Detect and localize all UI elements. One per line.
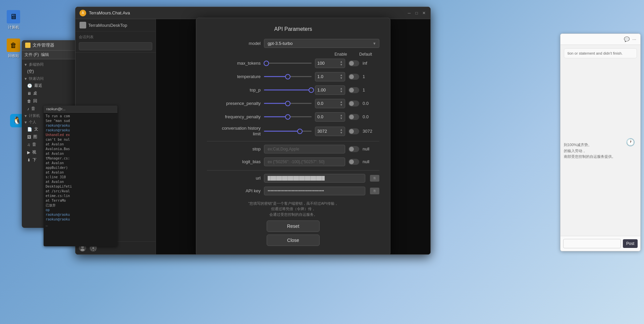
svg-point-2 [92, 247, 94, 249]
presence-penalty-slider[interactable] [264, 100, 312, 107]
t-line-15: at Avalon [46, 180, 115, 184]
t-line-20: 已放弃 [46, 203, 115, 208]
t-line-19: at TerraMo [46, 198, 115, 203]
logit-bias-input[interactable] [264, 157, 345, 166]
top-p-value[interactable]: 1.00 ▲ ▼ [315, 85, 345, 95]
model-chevron-icon: ▾ [373, 41, 376, 46]
terminal-content: To run a com See "man sud raokun@raoku r… [44, 113, 117, 228]
presence-penalty-toggle[interactable] [348, 101, 359, 107]
minimize-button[interactable]: ─ [407, 11, 412, 15]
presence-penalty-value[interactable]: 0.0 ▲ ▼ [315, 99, 345, 108]
conv-history-row: conversation historylimit 3072 ▲ [207, 126, 379, 137]
temperature-value[interactable]: 1.0 ▲ ▼ [315, 72, 345, 81]
conv-history-toggle[interactable] [348, 128, 359, 134]
frequency-penalty-default: 0.0 [363, 114, 379, 119]
ch-down-arrow[interactable]: ▼ [340, 131, 343, 134]
api-key-label: API key [207, 188, 261, 193]
header-default: Default [359, 52, 379, 57]
t-line-2: See "man sud [46, 119, 115, 123]
frequency-penalty-slider[interactable] [264, 114, 312, 120]
frequency-penalty-toggle[interactable] [348, 114, 359, 120]
frequency-penalty-value[interactable]: 0.0 ▲ ▼ [315, 112, 345, 122]
sidebar-conv-section: 会话列表 [75, 31, 156, 40]
temperature-default: 1 [363, 74, 379, 79]
stop-toggle[interactable] [348, 146, 359, 152]
stop-input[interactable] [264, 145, 345, 153]
callout-bubble: tion or statement and didn't finish. [564, 48, 637, 58]
file-manager-app-icon [25, 43, 31, 48]
right-panel-input[interactable] [563, 239, 621, 248]
url-row: url ⎘ [207, 174, 379, 183]
fm-menu-file[interactable]: 文件 (F) [24, 52, 39, 58]
api-key-paste-icon[interactable]: ⎘ [370, 188, 379, 194]
t-line-22: raokun@raoku [46, 212, 115, 217]
t-line-1: To run a com [46, 114, 115, 119]
conv-history-label: conversation historylimit [207, 126, 261, 137]
maximize-button[interactable]: □ [414, 11, 419, 15]
chat-app-title: TerraMours.Chat.Ava [89, 10, 404, 15]
t-line-18: etime.cs:lin [46, 194, 115, 198]
top-p-default: 1 [363, 87, 379, 92]
model-select[interactable]: gpt-3.5-turbo ▾ [264, 39, 379, 48]
desktop-icon-recycle[interactable]: 🗑 回收站 [7, 39, 20, 58]
t-line-13: at Avalon [46, 170, 115, 175]
top-p-down-arrow[interactable]: ▼ [340, 90, 343, 93]
t-line-9: at Avalon [46, 151, 115, 156]
url-input[interactable] [264, 174, 365, 183]
pp-down-arrow[interactable]: ▼ [340, 104, 343, 107]
url-paste-icon[interactable]: ⎘ [370, 175, 379, 182]
conv-history-value[interactable]: 3072 ▲ ▼ [315, 127, 345, 136]
qq-icon[interactable]: 🐧 [10, 114, 23, 127]
right-panel-footer: Post [560, 236, 640, 251]
api-params-modal: API Parameters model gpt-3.5-turbo ▾ [196, 18, 390, 255]
stop-row: stop null [207, 145, 379, 153]
temp-down-arrow[interactable]: ▼ [340, 77, 343, 80]
fp-down-arrow[interactable]: ▼ [340, 117, 343, 120]
max-tokens-value[interactable]: 100 ▲ ▼ [315, 59, 345, 68]
temperature-label: temperature [207, 74, 261, 79]
top-p-toggle[interactable] [348, 87, 359, 93]
desktop-icon-computer[interactable]: 🖥 计算机 [7, 10, 20, 30]
more-icon[interactable]: ··· [632, 37, 636, 42]
logit-bias-toggle[interactable] [348, 159, 359, 165]
max-tokens-slider[interactable] [264, 60, 312, 67]
model-row: model gpt-3.5-turbo ▾ [207, 39, 379, 48]
frequency-penalty-label: frequency_penalty [207, 114, 261, 119]
sidebar-logo-icon [79, 22, 86, 28]
close-button[interactable]: ✕ [422, 11, 426, 15]
conv-history-slider[interactable] [264, 128, 312, 135]
desktop: 🖥 计算机 🗑 回收站 🐧 文件管理器 文件 (F) 编辑 ▼ 多端协同 (空)… [0, 0, 644, 324]
chat-icon[interactable]: 💬 [624, 37, 630, 42]
stop-label: stop [207, 146, 261, 151]
fm-menu-edit[interactable]: 编辑 [41, 52, 49, 58]
sidebar-title: TerraMoursDeskTop [88, 23, 127, 28]
stop-default: null [363, 146, 379, 151]
max-tokens-down-arrow[interactable]: ▼ [340, 63, 343, 66]
logit-bias-label: logit_bias [207, 159, 261, 164]
computer-icon-label: 计算机 [8, 25, 19, 30]
modal-title: API Parameters [207, 26, 379, 32]
conv-history-default: 3072 [363, 129, 379, 134]
sidebar-search-area [75, 40, 156, 53]
reset-button[interactable]: Reset [267, 220, 320, 232]
t-line-11: at Avalon [46, 161, 115, 166]
modal-overlay: API Parameters model gpt-3.5-turbo ▾ [156, 19, 430, 254]
api-key-row: API key ⎘ [207, 187, 379, 195]
close-button[interactable]: Close [267, 235, 320, 246]
temperature-slider[interactable] [264, 73, 312, 80]
right-msg-2: 的输入劳动， [564, 148, 637, 154]
api-key-input[interactable] [264, 187, 365, 195]
t-line-3: raokun@raoku [46, 123, 115, 128]
t-line-7: at Avalon [46, 142, 115, 147]
sidebar-conv-label: 会话列表 [79, 35, 94, 39]
top-p-slider[interactable] [264, 87, 312, 93]
sidebar-search-input[interactable] [79, 42, 152, 50]
clock-icon: 🕐 [626, 138, 635, 147]
modal-buttons: Reset Close [207, 220, 379, 246]
post-button[interactable]: Post [623, 239, 638, 248]
temperature-toggle[interactable] [348, 74, 359, 80]
max-tokens-toggle[interactable] [348, 60, 359, 66]
model-label: model [207, 41, 261, 46]
terminal-title: raokun@r... [46, 107, 65, 111]
t-line-10: tManager.cs: [46, 156, 115, 161]
